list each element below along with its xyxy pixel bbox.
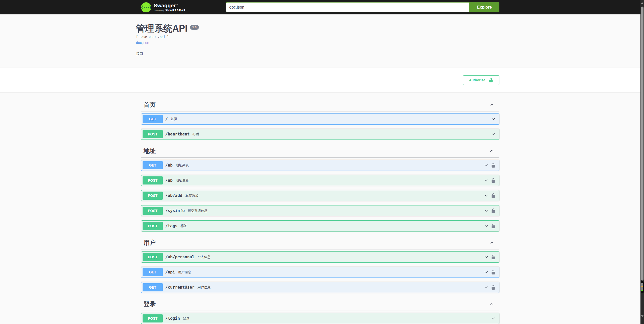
operation-path: /ab/add [165,193,182,198]
chevron-down-icon [484,254,489,260]
method-badge: POST [143,253,163,261]
operation-path: / [165,117,168,121]
authorization-lock-button[interactable] [491,163,496,168]
chevron-down-icon [484,285,489,290]
operation-summary: 标签添加 [182,193,482,198]
spec-link[interactable]: doc.json [136,41,149,45]
opblock-summary[interactable]: POST /ab/add 标签添加 [141,190,499,201]
opblock: GET /currentUser 用户信息 [141,282,499,293]
opblock-summary[interactable]: GET /ab 地址列表 [141,160,499,171]
opblock: GET /ab 地址列表 [141,160,499,171]
opblock-summary[interactable]: POST /ab/personal 个人信息 [141,252,499,262]
scrollbar-marker-badge [641,281,644,293]
operation-summary: 用户信息 [195,285,482,290]
scroll-up-arrow-icon[interactable] [641,2,643,4]
operation-summary: 用户信息 [175,270,482,274]
operation-summary: 个人信息 [195,255,482,259]
explore-button[interactable]: Explore [469,2,499,12]
method-badge: POST [143,130,163,138]
supported-by-label: Supported by [154,10,164,12]
authorization-lock-button[interactable] [491,270,496,275]
opblock-summary[interactable]: POST /sysinfo 提交系统信息 [141,205,499,216]
unlocked-padlock-icon [491,193,496,198]
tag-section-login: 登录 POST /login 登录 POST /loginStatus 登录状态 [141,297,499,324]
tag-header-login[interactable]: 登录 [141,297,499,311]
chevron-down-icon [484,270,489,275]
spec-url-form: Explore [226,2,499,12]
operation-path: /api [165,270,175,274]
operation-path: /ab [165,178,173,183]
operation-summary: 心跳 [190,132,489,136]
chevron-down-icon [484,223,489,228]
authorization-lock-button[interactable] [491,193,496,198]
vertical-scrollbar[interactable] [640,0,644,324]
authorization-lock-button[interactable] [491,254,496,260]
method-badge: POST [143,314,163,322]
opblock: POST /heartbeat 心跳 [141,129,499,140]
scrollbar-thumb[interactable] [641,7,643,281]
authorization-lock-button[interactable] [491,208,496,213]
opblock: GET / 首页 [141,113,499,125]
tag-header-user[interactable]: 用户 [141,236,499,249]
chevron-up-icon [489,102,494,107]
opblock-summary[interactable]: POST /heartbeat 心跳 [141,129,499,140]
operation-summary: 地址列表 [173,163,482,168]
operation-summary: 标签 [177,224,482,228]
method-badge: GET [143,283,163,291]
unlocked-padlock-icon [491,254,496,260]
opblock-summary[interactable]: POST /tags 标签 [141,221,499,231]
unlocked-padlock-icon [491,208,496,213]
info-section: 管理系统API1.0 [ Base URL: /api ] doc.json 接… [136,14,504,68]
opblock-summary[interactable]: POST /login 登录 [141,313,499,324]
chevron-down-icon [484,178,489,183]
opblock-summary[interactable]: POST /ab 地址更新 [141,175,499,186]
authorization-lock-button[interactable] [491,178,496,183]
scroll-down-arrow-icon[interactable] [641,315,643,317]
swagger-logo-icon: {···} [141,2,151,12]
unlocked-padlock-icon [491,285,496,290]
spec-url-input[interactable] [226,2,470,12]
api-title: 管理系统API1.0 [136,24,504,34]
authorization-lock-button[interactable] [491,223,496,228]
operation-path: /tags [165,223,177,228]
smartbear-brand-label: SMARTBEAR [165,9,186,12]
unlocked-padlock-icon [491,178,496,183]
method-badge: GET [143,115,163,123]
tag-name: 登录 [144,300,156,308]
tag-section-user: 用户 POST /ab/personal 个人信息 GET /api 用户信息 [141,236,499,293]
opblock: POST /ab 地址更新 [141,175,499,186]
swagger-logo-text: Swagger™ [154,3,186,8]
operation-summary: 地址更新 [173,178,482,183]
chevron-down-icon [484,193,489,198]
method-badge: POST [143,207,163,215]
tag-header-home[interactable]: 首页 [141,98,499,111]
version-badge: 1.0 [190,25,199,30]
chevron-down-icon [484,163,489,168]
tag-header-address[interactable]: 地址 [141,144,499,158]
operation-summary: 登录 [180,316,489,321]
operation-path: /currentUser [165,285,195,290]
swagger-logo[interactable]: {···} Swagger™ Supported by SMARTBEAR [141,2,186,12]
chevron-down-icon [484,208,489,213]
chevron-down-icon [491,117,496,122]
operation-path: /ab [165,163,173,168]
operation-path: /login [165,316,180,321]
trademark-mark: ™ [176,4,178,6]
tag-name: 地址 [144,147,156,155]
logo-title-text: Swagger [154,3,176,8]
api-description: 接口 [136,52,504,56]
opblock: GET /api 用户信息 [141,267,499,278]
opblock: POST /login 登录 [141,313,499,324]
chevron-down-icon [491,132,496,137]
opblock-summary[interactable]: GET /currentUser 用户信息 [141,282,499,293]
unlocked-padlock-icon [491,223,496,228]
authorization-lock-button[interactable] [491,285,496,290]
opblock-summary[interactable]: GET /api 用户信息 [141,267,499,277]
operation-summary: 提交系统信息 [185,209,482,213]
authorize-button[interactable]: Authorize [463,75,499,85]
opblock: POST /tags 标签 [141,220,499,232]
authorize-label: Authorize [469,78,485,82]
chevron-up-icon [489,302,494,307]
tag-section-home: 首页 GET / 首页 POST /heartbeat 心跳 [141,98,499,140]
opblock-summary[interactable]: GET / 首页 [141,114,499,124]
